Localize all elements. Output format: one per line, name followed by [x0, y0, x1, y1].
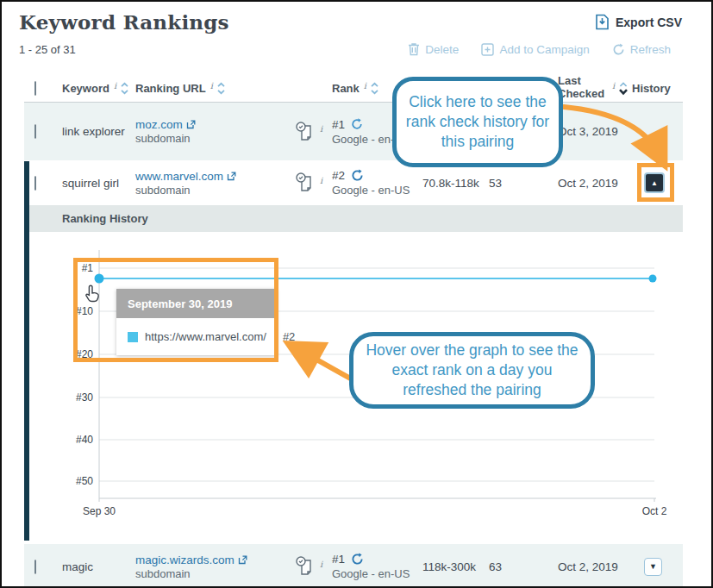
table-row: magic magic.wizards.com subdomain i #1 G… [24, 544, 683, 588]
export-csv-icon [595, 14, 610, 30]
data-point-oct2 [649, 275, 657, 283]
row-checkbox[interactable] [34, 124, 36, 139]
last-checked-cell: Oct 2, 2019 [558, 560, 644, 573]
keyword-cell: magic [62, 560, 135, 573]
table-row-expanded: squirrel girl www.marvel.com subdomain i… [24, 160, 683, 205]
col-header-ranking-url: Ranking URL [135, 82, 206, 95]
expanded-row-accent-border [24, 161, 29, 541]
table-header-row: Keywordi Ranking URLi Ranki Last Checked… [24, 74, 683, 103]
bulk-action-toolbar: Delete Add to Campaign Refresh [408, 42, 671, 56]
external-link-icon [186, 120, 196, 129]
highlight-box-history-button [637, 163, 674, 202]
export-csv-button[interactable]: Export CSV [595, 14, 682, 30]
search-engine-label: Google - en-US [332, 184, 422, 197]
last-checked-cell: Oct 3, 2019 [558, 125, 644, 138]
search-engine-label: Google - en-US [332, 567, 422, 580]
col-header-history: History [632, 82, 671, 95]
row-checkbox[interactable] [34, 176, 36, 191]
serp-features-icon[interactable] [295, 172, 316, 194]
keyword-cell: squirrel girl [62, 177, 135, 190]
tooltip-rank: #2 [283, 330, 295, 343]
table-controls: 1 - 25 of 31 Delete Add to Campaign Refr… [2, 34, 711, 58]
col-header-rank: Rank [332, 82, 360, 95]
col-header-keyword: Keyword [62, 82, 109, 95]
sort-icon-keyword[interactable] [120, 81, 129, 96]
sort-icon-rank[interactable] [370, 81, 379, 96]
last-checked-cell: Oct 2, 2019 [558, 177, 644, 190]
select-all-checkbox[interactable] [34, 81, 36, 96]
refresh-icon [612, 43, 625, 56]
page-header: Keyword Rankings Export CSV [2, 2, 711, 34]
serp-features-icon[interactable] [295, 555, 316, 578]
refresh-rank-icon[interactable] [351, 169, 364, 182]
y-tick: #30 [52, 391, 93, 403]
refresh-label: Refresh [630, 43, 671, 56]
highlight-box-chart-hover [73, 258, 278, 362]
info-icon[interactable]: i [320, 176, 322, 185]
external-link-icon [238, 555, 247, 565]
url-scope-label: subdomain [135, 132, 295, 145]
callout-history-bubble: Click here to see the rank check history… [392, 77, 563, 167]
trash-icon [408, 42, 420, 56]
delete-button[interactable]: Delete [408, 42, 459, 56]
delete-label: Delete [425, 43, 459, 56]
ranking-url-link[interactable]: magic.wizards.com [135, 554, 247, 566]
difficulty-cell: 53 [489, 177, 558, 190]
info-icon[interactable]: i [320, 560, 322, 569]
ranking-url-link[interactable]: www.marvel.com [135, 170, 236, 183]
sort-icon-ranking-url[interactable] [216, 81, 226, 96]
col-header-last-checked: Last Checked [558, 75, 608, 101]
keyword-cell: link explorer [62, 125, 135, 138]
sort-icon-last-checked-active[interactable] [618, 80, 629, 97]
x-tick: Oct 2 [629, 505, 680, 517]
info-icon[interactable]: i [210, 81, 213, 91]
y-tick: #50 [52, 475, 93, 487]
ranking-url-link[interactable]: moz.com [135, 118, 196, 131]
y-tick: #40 [52, 434, 93, 446]
volume-cell: 70.8k-118k [422, 177, 489, 190]
plus-box-icon [481, 43, 494, 56]
external-link-icon [227, 172, 236, 181]
url-scope-label: subdomain [135, 567, 295, 580]
add-to-campaign-label: Add to Campaign [499, 43, 589, 56]
info-icon[interactable]: i [364, 81, 366, 91]
refresh-button[interactable]: Refresh [612, 43, 671, 56]
export-csv-label: Export CSV [616, 16, 682, 29]
info-icon[interactable]: i [114, 81, 116, 91]
rank-value: #1 [332, 118, 345, 131]
rank-value: #2 [332, 169, 345, 182]
difficulty-cell: 63 [489, 560, 558, 573]
history-toggle-collapsed[interactable]: ▼ [644, 558, 662, 576]
callout-hover-bubble: Hover over the graph to see the exact ra… [349, 332, 595, 409]
url-scope-label: subdomain [135, 184, 295, 197]
rank-value: #1 [332, 553, 345, 566]
x-tick: Sep 30 [73, 505, 125, 517]
volume-cell: 118k-300k [422, 560, 489, 573]
row-checkbox[interactable] [34, 560, 36, 574]
refresh-rank-icon[interactable] [351, 118, 363, 130]
ranking-history-header: Ranking History [24, 205, 683, 232]
add-to-campaign-button[interactable]: Add to Campaign [481, 43, 589, 56]
refresh-rank-icon[interactable] [351, 553, 364, 566]
table-row: link explorer moz.com subdomain i #1 Goo… [24, 103, 683, 160]
result-count: 1 - 25 of 31 [19, 43, 76, 56]
info-icon[interactable]: i [320, 124, 322, 134]
info-icon[interactable]: i [612, 81, 615, 91]
serp-features-icon[interactable] [295, 121, 316, 143]
page-title: Keyword Rankings [19, 10, 229, 34]
